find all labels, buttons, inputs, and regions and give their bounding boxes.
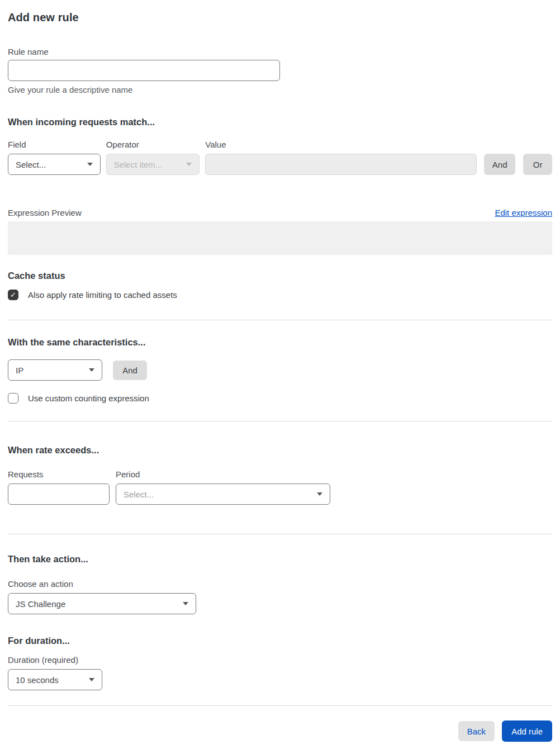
rule-name-group: Rule name Give your rule a descriptive n…	[8, 47, 552, 94]
chevron-down-icon	[89, 368, 94, 372]
add-rule-button[interactable]: Add rule	[502, 720, 552, 742]
back-button[interactable]: Back	[458, 721, 495, 741]
action-heading: Then take action...	[8, 554, 552, 565]
choose-action-label: Choose an action	[8, 579, 552, 589]
action-select[interactable]: JS Challenge	[8, 593, 196, 614]
characteristics-and-button[interactable]: And	[113, 361, 147, 380]
rule-name-label: Rule name	[8, 47, 552, 56]
period-select[interactable]: Select...	[116, 483, 330, 505]
period-label: Period	[116, 470, 330, 479]
chevron-down-icon	[89, 678, 94, 681]
custom-counting-label: Use custom counting expression	[28, 394, 149, 403]
duration-heading: For duration...	[8, 636, 552, 646]
rate-row: Requests Period Select...	[8, 470, 552, 505]
duration-select-value: 10 seconds	[16, 675, 59, 685]
value-label: Value	[205, 140, 477, 149]
footer-actions: Back Add rule	[8, 720, 552, 742]
duration-select[interactable]: 10 seconds	[8, 669, 102, 690]
chevron-down-icon	[186, 163, 192, 166]
field-column: Field Select...	[8, 140, 101, 175]
section-divider	[8, 534, 552, 534]
rate-heading: When rate exceeds...	[8, 445, 552, 456]
add-rule-form: Add new rule Rule name Give your rule a …	[0, 0, 560, 749]
expression-preview-box	[8, 221, 552, 255]
period-select-value: Select...	[124, 490, 154, 499]
cache-status-checkbox-row: ✓ Also apply rate limiting to cached ass…	[8, 290, 552, 300]
custom-counting-row: Use custom counting expression	[8, 393, 552, 404]
footer-divider	[8, 705, 552, 706]
cached-assets-checkbox[interactable]: ✓	[8, 290, 18, 300]
expression-preview-label: Expression Preview	[8, 208, 82, 217]
action-select-value: JS Challenge	[16, 599, 65, 609]
value-column: Value	[205, 140, 477, 175]
checkmark-icon: ✓	[10, 291, 16, 298]
characteristic-select[interactable]: IP	[8, 359, 102, 381]
operator-column: Operator Select item...	[106, 140, 200, 175]
duration-label: Duration (required)	[8, 655, 552, 665]
characteristics-heading: With the same characteristics...	[8, 337, 552, 348]
chevron-down-icon	[317, 492, 322, 496]
cache-status-heading: Cache status	[8, 271, 552, 281]
match-builder-row: Field Select... Operator Select item... …	[8, 140, 552, 175]
field-select[interactable]: Select...	[8, 154, 101, 175]
value-input	[205, 154, 477, 175]
expression-preview-header: Expression Preview Edit expression	[8, 208, 552, 217]
and-button[interactable]: And	[484, 154, 515, 175]
section-divider	[8, 320, 552, 320]
operator-label: Operator	[106, 140, 200, 149]
operator-select: Select item...	[106, 154, 200, 175]
section-divider	[8, 421, 552, 421]
requests-label: Requests	[8, 470, 110, 479]
characteristic-select-value: IP	[16, 366, 23, 375]
operator-select-value: Select item...	[114, 160, 163, 169]
requests-column: Requests	[8, 470, 110, 505]
chevron-down-icon	[87, 163, 93, 166]
period-column: Period Select...	[116, 470, 330, 505]
page-title: Add new rule	[8, 11, 552, 24]
requests-input[interactable]	[8, 483, 110, 505]
chevron-down-icon	[183, 602, 188, 605]
match-section-heading: When incoming requests match...	[8, 117, 552, 127]
field-label: Field	[8, 140, 101, 149]
or-button[interactable]: Or	[523, 154, 552, 175]
rule-name-helper: Give your rule a descriptive name	[8, 85, 552, 94]
field-select-value: Select...	[16, 160, 46, 169]
characteristics-row: IP And	[8, 359, 552, 381]
rule-name-input[interactable]	[8, 60, 280, 81]
cached-assets-checkbox-label: Also apply rate limiting to cached asset…	[28, 290, 177, 300]
custom-counting-checkbox[interactable]	[8, 393, 18, 404]
edit-expression-link[interactable]: Edit expression	[495, 208, 552, 217]
